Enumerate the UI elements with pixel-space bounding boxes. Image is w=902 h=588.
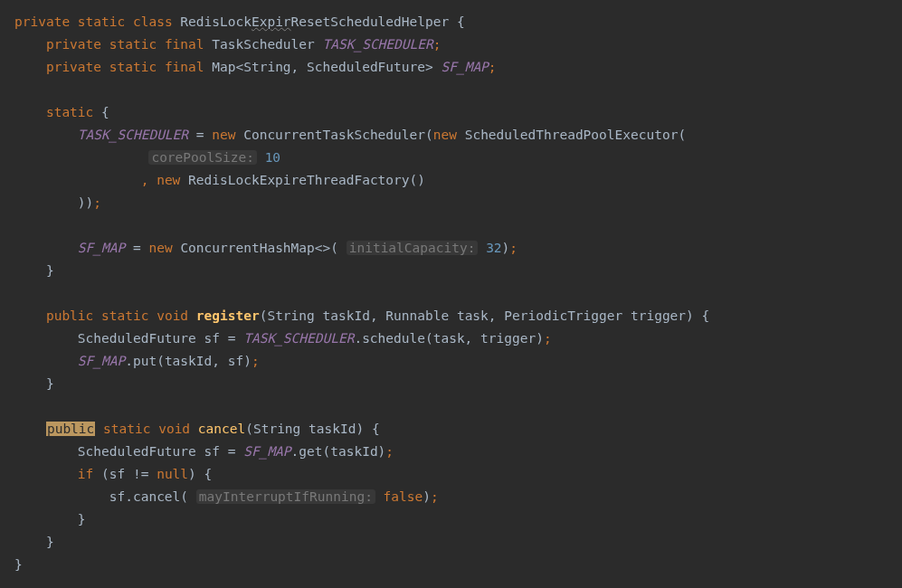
- selected-keyword-public: public: [46, 422, 95, 436]
- brace-close: }: [46, 376, 54, 391]
- type: ConcurrentTaskScheduler: [243, 128, 425, 142]
- keyword-static: static: [109, 37, 157, 52]
- code-line: ScheduledFuture sf = SF_MAP.get(taskId);: [14, 441, 888, 463]
- class-name: RedisLock: [180, 14, 252, 29]
- brace-close: }: [46, 263, 54, 278]
- code-line: sf.cancel( mayInterruptIfRunning: false)…: [14, 486, 888, 508]
- field: SF_MAP: [243, 444, 290, 459]
- brace-open: {: [702, 308, 710, 323]
- op: =: [188, 128, 212, 142]
- code-line: public static void register(String taskI…: [14, 305, 888, 327]
- field: SF_MAP: [78, 241, 125, 255]
- keyword-static: static: [78, 14, 125, 29]
- keyword-false: false: [384, 489, 423, 504]
- call: sf.cancel(: [109, 489, 188, 504]
- code-line: private static final Map<String, Schedul…: [14, 56, 888, 79]
- type: RedisLockExpireThreadFactory: [188, 173, 409, 187]
- code-line: , new RedisLockExpireThreadFactory(): [14, 169, 888, 192]
- parameter-hint: mayInterruptIfRunning:: [196, 489, 375, 504]
- keyword-new: new: [148, 241, 172, 255]
- brace-open: {: [457, 14, 465, 29]
- keyword-void: void: [157, 308, 188, 323]
- field: SF_MAP: [441, 60, 488, 74]
- paren-close: ): [188, 467, 204, 481]
- params: (String taskId, Runnable task, PeriodicT…: [260, 308, 694, 323]
- parameter-hint: corePoolSize:: [148, 150, 257, 165]
- brace-close: }: [14, 557, 23, 572]
- keyword-static: static: [101, 308, 148, 323]
- op: =: [125, 241, 148, 255]
- code-line: private static class RedisLockExpirReset…: [14, 11, 888, 33]
- keyword-new: new: [433, 128, 457, 142]
- semicolon: ;: [489, 60, 497, 74]
- code-line: SF_MAP = new ConcurrentHashMap<>( initia…: [14, 237, 888, 260]
- code-line: ScheduledFuture sf = TASK_SCHEDULER.sche…: [14, 327, 888, 350]
- code-line: ));: [14, 192, 888, 214]
- keyword-if: if: [78, 467, 93, 481]
- semicolon: ;: [509, 241, 517, 255]
- brace-close: }: [78, 512, 86, 526]
- parameter-hint: initialCapacity:: [347, 241, 479, 255]
- brace-open: {: [204, 467, 213, 481]
- blank-line: [14, 395, 888, 418]
- code-line: corePoolSize: 10: [14, 147, 888, 169]
- call: .schedule(task, trigger): [354, 331, 544, 346]
- code-line: static {: [14, 101, 888, 124]
- semicolon: ;: [93, 195, 101, 210]
- type: Map: [212, 60, 235, 74]
- call: .put(taskId, sf): [125, 354, 252, 368]
- code-line: TASK_SCHEDULER = new ConcurrentTaskSched…: [14, 124, 888, 147]
- blank-line: [14, 214, 888, 237]
- class-name-typo: Expir: [252, 14, 291, 29]
- generics: <String, ScheduledFuture>: [235, 60, 432, 74]
- semicolon: ;: [385, 444, 394, 459]
- paren-open: (: [425, 128, 433, 142]
- code-line: SF_MAP.put(taskId, sf);: [14, 350, 888, 373]
- brace-open: {: [372, 422, 380, 436]
- type: ScheduledThreadPoolExecutor: [465, 128, 679, 142]
- keyword-static: static: [46, 105, 93, 119]
- brace-close: }: [46, 535, 54, 549]
- keyword-final: final: [165, 37, 204, 52]
- keyword-new: new: [157, 173, 180, 187]
- brace-open: {: [101, 105, 109, 119]
- blank-line: [14, 282, 888, 305]
- var: sf =: [196, 331, 243, 346]
- field: TASK_SCHEDULER: [78, 128, 188, 142]
- paren-open: (: [330, 241, 338, 255]
- code-editor[interactable]: private static class RedisLockExpirReset…: [14, 11, 888, 576]
- code-line: }: [14, 260, 888, 282]
- type: TaskScheduler: [212, 37, 315, 52]
- keyword-class: class: [133, 14, 173, 29]
- type: ScheduledFuture: [78, 331, 196, 346]
- code-line: }: [14, 508, 888, 531]
- keyword-static: static: [109, 60, 157, 74]
- params: (String taskId): [245, 422, 364, 436]
- keyword-new: new: [212, 128, 235, 142]
- paren-close: )): [78, 195, 93, 210]
- semicolon: ;: [431, 489, 439, 504]
- keyword-null: null: [157, 467, 188, 481]
- keyword-static: static: [103, 422, 150, 436]
- type: ConcurrentHashMap: [180, 241, 314, 255]
- code-line: private static final TaskScheduler TASK_…: [14, 33, 888, 56]
- generics: <>: [315, 241, 330, 255]
- keyword-final: final: [165, 60, 204, 74]
- code-line: public static void cancel(String taskId)…: [14, 418, 888, 441]
- number-literal: 32: [486, 241, 501, 255]
- keyword-private: private: [46, 37, 101, 52]
- semicolon: ;: [433, 37, 442, 52]
- method-name: cancel: [198, 422, 245, 436]
- cond: (sf !=: [93, 467, 157, 481]
- call: .get(taskId): [291, 444, 386, 459]
- comma: ,: [141, 173, 149, 187]
- keyword-void: void: [158, 422, 190, 436]
- keyword-public: public: [46, 308, 93, 323]
- code-line: }: [14, 554, 888, 576]
- paren-open: (: [678, 128, 686, 142]
- semicolon: ;: [252, 354, 260, 368]
- parens: (): [410, 173, 425, 187]
- number-literal: 10: [265, 150, 280, 165]
- keyword-private: private: [14, 14, 70, 29]
- keyword-private: private: [46, 60, 101, 74]
